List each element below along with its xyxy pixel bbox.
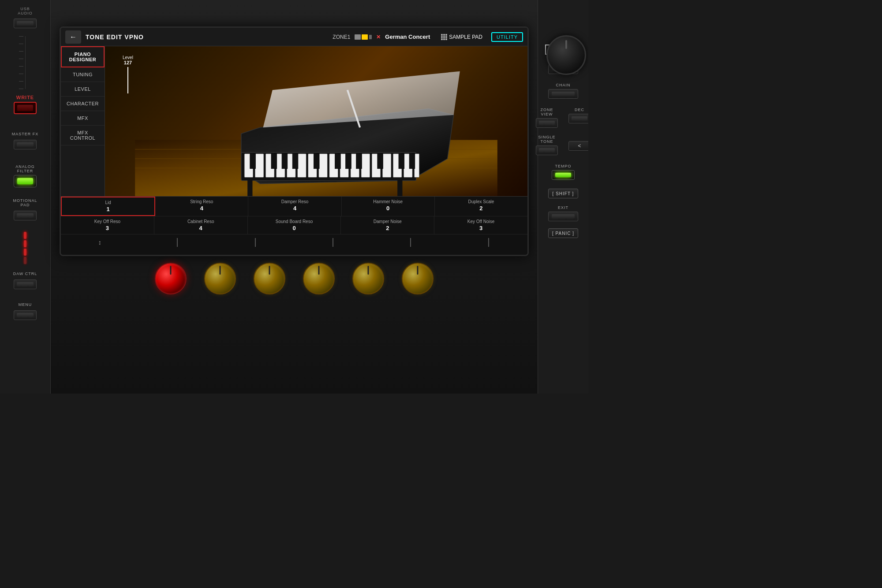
exit-label: EXIT xyxy=(558,205,568,210)
param-cell-damper-noise[interactable]: Damper Noise 2 xyxy=(341,216,434,234)
param-name-lid: Lid xyxy=(65,200,151,205)
tempo-label: TEMPO xyxy=(555,164,571,168)
svg-rect-23 xyxy=(271,154,277,169)
screen-topbar: ← TONE EDIT VPNO ZONE1 ✕ German Concert xyxy=(61,28,527,46)
zone-view-section: ZONE VIEW xyxy=(531,108,562,128)
knob-4-marker xyxy=(318,266,320,275)
sample-pad-button[interactable]: SAMPLE PAD xyxy=(441,34,482,40)
param-name-cabinet-reso: Cabinet Reso xyxy=(158,219,244,224)
usb-audio-button[interactable] xyxy=(14,19,37,28)
write-label: WRITE xyxy=(16,95,34,100)
knob-1[interactable] xyxy=(155,263,187,294)
zone-view-button[interactable] xyxy=(536,118,558,128)
nav-item-piano-designer[interactable]: PIANO DESIGNER xyxy=(61,46,105,67)
knob-2-marker xyxy=(220,266,221,275)
screen-bezel: ← TONE EDIT VPNO ZONE1 ✕ German Concert xyxy=(60,26,529,256)
knob-2[interactable] xyxy=(204,263,236,294)
shift-label: [ SHIFT ] xyxy=(553,191,574,196)
param-value-key-off-reso: 3 xyxy=(64,225,150,231)
write-button[interactable] xyxy=(14,102,37,114)
back-button[interactable]: ← xyxy=(65,30,81,44)
param-value-string-reso: 4 xyxy=(159,205,244,212)
nav-item-level[interactable]: LEVEL xyxy=(61,82,105,97)
shift-button[interactable]: [ SHIFT ] xyxy=(548,189,578,198)
param-cell-duplex-scale[interactable]: Duplex Scale 2 xyxy=(435,197,527,216)
nav-item-mfx[interactable]: MFX xyxy=(61,111,105,126)
knob-3[interactable] xyxy=(254,263,285,294)
svg-rect-28 xyxy=(346,154,351,169)
right-panel: SCENE SELECT CHAIN ZONE VIEW DEC xyxy=(538,0,588,394)
nav-item-character[interactable]: CHARACTER xyxy=(61,97,105,111)
motional-pad-label: MOTIONAL PAD xyxy=(13,198,37,207)
param-area: Lid 1 String Reso 4 Damper Reso 4 Hamm xyxy=(61,196,527,250)
svg-rect-26 xyxy=(314,154,319,169)
param-name-key-off-noise: Key Off Noise xyxy=(438,219,524,224)
fader-cell-3[interactable] xyxy=(294,238,372,247)
svg-rect-18 xyxy=(382,154,391,178)
param-cell-hammer-noise[interactable]: Hammer Noise 0 xyxy=(342,197,435,216)
knob-5-marker xyxy=(368,266,369,275)
svg-rect-29 xyxy=(356,154,362,169)
less-than-label: < xyxy=(578,143,581,149)
zone-block-2 xyxy=(362,34,368,40)
close-x-icon: ✕ xyxy=(376,34,381,40)
panic-section: [ PANIC ] xyxy=(538,228,588,238)
daw-ctrl-button[interactable] xyxy=(14,279,37,289)
grid-icon xyxy=(441,34,447,40)
knob-6-marker xyxy=(417,266,419,275)
master-fx-button[interactable] xyxy=(14,140,37,149)
motional-pad-button[interactable] xyxy=(14,211,37,220)
param-cell-key-off-noise[interactable]: Key Off Noise 3 xyxy=(434,216,527,234)
knob-5[interactable] xyxy=(352,263,384,294)
knob-4[interactable] xyxy=(303,263,335,294)
fader-cell-5[interactable] xyxy=(450,238,527,247)
param-name-duplex-scale: Duplex Scale xyxy=(438,199,524,204)
panic-button[interactable]: [ PANIC ] xyxy=(548,228,578,238)
param-cell-key-off-reso[interactable]: Key Off Reso 3 xyxy=(61,216,154,234)
fader-cell-1[interactable] xyxy=(138,238,216,247)
chain-button[interactable] xyxy=(548,89,578,99)
panic-label: [ PANIC ] xyxy=(552,231,574,236)
nav-label-2: LEVEL xyxy=(75,86,91,92)
less-than-button[interactable]: < xyxy=(568,141,588,151)
fader-cell-2[interactable] xyxy=(217,238,294,247)
tempo-led xyxy=(555,173,571,177)
usb-audio-label: USB AUDIO xyxy=(18,7,33,15)
svg-rect-16 xyxy=(361,154,370,178)
screen: ← TONE EDIT VPNO ZONE1 ✕ German Concert xyxy=(61,28,527,255)
svg-rect-34 xyxy=(247,179,252,196)
svg-rect-31 xyxy=(399,154,404,169)
analog-filter-button[interactable] xyxy=(14,175,37,187)
single-tone-section: SINGLE TONE xyxy=(531,135,562,155)
fader-cell-4[interactable] xyxy=(372,238,449,247)
knob-3-marker xyxy=(269,266,270,275)
param-cell-string-reso[interactable]: String Reso 4 xyxy=(155,197,248,216)
utility-button[interactable]: UTILITY xyxy=(491,32,523,42)
param-name-damper-noise: Damper Noise xyxy=(344,219,430,224)
nav-item-mfx-control[interactable]: MFX CONTROL xyxy=(61,126,105,145)
param-value-sound-board-reso: 0 xyxy=(251,225,337,231)
svg-rect-30 xyxy=(377,154,383,169)
nav-item-tuning[interactable]: TUNING xyxy=(61,67,105,82)
svg-rect-27 xyxy=(335,154,341,169)
param-cell-lid[interactable]: Lid 1 xyxy=(61,197,155,216)
param-name-sound-board-reso: Sound Board Reso xyxy=(251,219,337,224)
chain-label: CHAIN xyxy=(556,83,570,87)
param-name-damper-reso: Damper Reso xyxy=(252,199,337,204)
knob-6[interactable] xyxy=(402,263,434,294)
svg-rect-32 xyxy=(409,154,415,169)
param-value-duplex-scale: 2 xyxy=(438,205,524,212)
param-cell-damper-reso[interactable]: Damper Reso 4 xyxy=(248,197,341,216)
single-tone-button[interactable] xyxy=(536,145,558,155)
master-fx-label: MASTER FX xyxy=(12,132,39,136)
exit-button[interactable] xyxy=(548,212,578,221)
param-cell-sound-board-reso[interactable]: Sound Board Reso 0 xyxy=(248,216,341,234)
tempo-button[interactable] xyxy=(552,170,575,180)
zone-view-label: ZONE VIEW xyxy=(540,108,553,116)
zone-label: ZONE1 xyxy=(333,34,350,40)
menu-button[interactable] xyxy=(14,310,37,320)
dec-button[interactable] xyxy=(568,114,588,123)
param-value-hammer-noise: 0 xyxy=(345,205,431,212)
param-cell-cabinet-reso[interactable]: Cabinet Reso 4 xyxy=(154,216,248,234)
large-dial[interactable] xyxy=(546,35,586,75)
